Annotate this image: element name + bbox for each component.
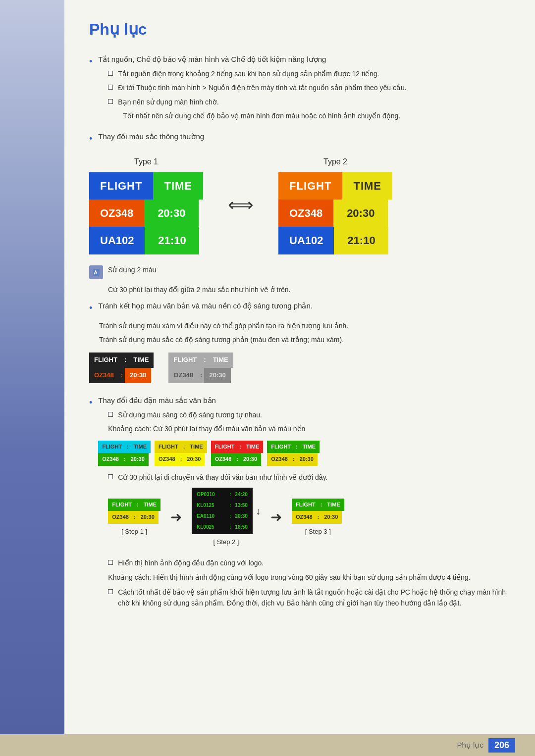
- footer-page: 206: [488, 738, 515, 753]
- sub-item-1-2: Đi tới Thuộc tính màn hình > Nguồn điện …: [108, 82, 510, 93]
- sub-bullet-4-2: [108, 474, 113, 479]
- step2-row-0: OP0310 : 24:20: [194, 490, 251, 500]
- type1-label: Type 1: [134, 155, 158, 168]
- sub-item-4-3: Hiển thị hình ảnh động đều đặn cùng với …: [108, 557, 510, 568]
- footer-bar: Phụ lục 206: [0, 734, 535, 756]
- step1-label: [ Step 1 ]: [121, 527, 147, 537]
- step-arrow-1-icon: ➜: [170, 506, 182, 529]
- step1-oz: OZ348: [108, 511, 133, 524]
- step3-board: FLIGHT : TIME OZ348 : 20:30: [292, 499, 344, 524]
- s2-c3: :: [228, 522, 232, 532]
- sub-bullet-1-3: [108, 99, 113, 104]
- sub-list-4d: Cách tốt nhất để bảo vệ sản phẩm khỏi hi…: [108, 587, 510, 609]
- steps-section: FLIGHT : TIME OZ348 : 20:30 [: [108, 488, 510, 548]
- bullet-item-3: • Tránh kết hợp màu văn bản và màu nền c…: [89, 300, 510, 315]
- type2-time-header: TIME: [342, 172, 392, 200]
- note-text: Sử dụng 2 màu: [108, 264, 156, 275]
- bad-gray-oz-time: 20:30: [204, 368, 230, 383]
- cb3-row: OZ348 : 20:30: [211, 453, 264, 466]
- cb1-time: TIME: [130, 441, 151, 454]
- sub-list-4: Sử dụng màu sáng có độ sáng tương tự nha…: [108, 409, 510, 420]
- cb4-oz-t: 20:30: [296, 453, 318, 466]
- cb1-oz: OZ348: [98, 453, 123, 466]
- sub-item-1-3: Bạn nên sử dụng màn hình chờ.: [108, 97, 510, 107]
- bad-board-gray: FLIGHT : TIME OZ348 : 20:30: [168, 353, 233, 383]
- step3-oz-c: :: [317, 511, 321, 524]
- para2: Tránh sử dụng màu sắc có độ sáng tương p…: [99, 334, 510, 345]
- sub-text-1-2: Đi tới Thuộc tính màn hình > Nguồn điện …: [118, 82, 510, 93]
- bullet-text-2: Thay đổi màu sắc thông thường: [98, 131, 510, 143]
- cb2-flight: FLIGHT: [155, 441, 182, 454]
- sub-bullet-1-2: [108, 85, 113, 90]
- cb4-row: OZ348 : 20:30: [267, 453, 320, 466]
- type1-uatime1: 21:10: [145, 227, 199, 254]
- bullet1-text: Tắt nguồn, Chế độ bảo vệ màn hình và Chế…: [98, 55, 326, 63]
- cb4-header: FLIGHT : TIME: [267, 441, 320, 454]
- cb1-header: FLIGHT : TIME: [98, 441, 151, 454]
- bad-board-dark-header: FLIGHT : TIME: [89, 353, 154, 368]
- bad-dark-oz-colon: :: [119, 368, 125, 383]
- bullet-text-4: Thay đổi đều đặn màu sắc văn bản Sử dụng…: [98, 395, 510, 612]
- sub-text-1-3: Bạn nên sử dụng màn hình chờ.: [118, 97, 510, 107]
- note-sub-text: Cứ 30 phút lại thay đổi giữa 2 màu sắc n…: [108, 284, 510, 295]
- s2-f3: KL0025: [194, 522, 228, 532]
- cb3-oz-t: 20:30: [239, 453, 261, 466]
- step1-block: FLIGHT : TIME OZ348 : 20:30 [: [108, 499, 160, 537]
- sub-text-4-3: Hiển thị hình ảnh động đều đặn cùng với …: [118, 557, 510, 568]
- sub-text-4-2: Cứ 30 phút lại di chuyển và thay đổi văn…: [118, 472, 510, 483]
- cb2-colon: :: [182, 441, 186, 454]
- cb4-oz: OZ348: [267, 453, 292, 466]
- type2-ua1: UA102: [278, 227, 334, 254]
- sub-text-4-1: Sử dụng màu sáng có độ sáng tương tự nha…: [118, 409, 510, 420]
- indent-text-1: Tốt nhất nên sử dụng chế độ bảo vệ màn h…: [123, 110, 510, 121]
- cb3-oz: OZ348: [211, 453, 236, 466]
- page-container: Phụ lục • Tắt nguồn, Chế độ bảo vệ màn h…: [0, 0, 535, 756]
- s2-t1: 13:50: [232, 501, 251, 510]
- sub-item-4-1: Sử dụng màu sáng có độ sáng tương tự nha…: [108, 409, 510, 420]
- bad-board-dark: FLIGHT : TIME OZ348 : 20:30: [89, 353, 154, 383]
- cb2-header: FLIGHT : TIME: [155, 441, 207, 454]
- step3-block: FLIGHT : TIME OZ348 : 20:30 [: [292, 499, 344, 537]
- step1-oz-t: 20:30: [137, 511, 159, 524]
- down-arrow-icon: ↓: [256, 503, 261, 519]
- cb3-flight: FLIGHT: [211, 441, 239, 454]
- bad-board-dark-row: OZ348 : 20:30: [89, 368, 154, 383]
- type2-time1: 20:30: [333, 200, 388, 227]
- type2-block: Type 2 FLIGHT TIME OZ348 20:30 UA102 21:: [278, 155, 392, 254]
- bullet-dot-1: •: [89, 54, 92, 69]
- cb4-oz-c: :: [292, 453, 296, 466]
- color-board-2: FLIGHT : TIME OZ348 : 20:30: [155, 441, 207, 466]
- bad-dark-flight: FLIGHT: [89, 353, 122, 368]
- sub-item-1-1: Tắt nguồn điện trong khoảng 2 tiếng sau …: [108, 68, 510, 79]
- step2-row-2: EA0110 : 20:30: [194, 511, 251, 521]
- color-board-4: FLIGHT : TIME OZ348 : 20:30: [267, 441, 320, 466]
- step-arrow-2-icon: ➜: [270, 506, 282, 529]
- step3-colon: :: [320, 499, 323, 511]
- para1: Tránh sử dụng màu xám vì điều này có thể…: [99, 320, 510, 331]
- cb2-row: OZ348 : 20:30: [155, 453, 207, 466]
- cb1-colon: :: [126, 441, 130, 454]
- cb4-flight: FLIGHT: [267, 441, 295, 454]
- left-sidebar: [0, 0, 64, 756]
- page-title: Phụ lục: [89, 20, 510, 39]
- step2-row-3: KL0025 : 16:50: [194, 522, 251, 532]
- step2-label: [ Step 2 ]: [213, 537, 239, 548]
- step3-time: TIME: [323, 499, 344, 511]
- s2-c0: :: [228, 490, 232, 500]
- bullet-text-1: Tắt nguồn, Chế độ bảo vệ màn hình và Chế…: [98, 53, 510, 126]
- step2-row-1: KL0125 : 13:50: [194, 501, 251, 510]
- type2-row2: UA102 21:10: [278, 227, 392, 254]
- bullet3-text: Tránh kết hợp màu văn bản và màu nền có …: [98, 302, 313, 310]
- type-comparison: Type 1 FLIGHT TIME OZ348 20:30 UA102 21:: [89, 155, 510, 254]
- pen-icon: [92, 268, 101, 277]
- step3-label: [ Step 3 ]: [305, 527, 331, 537]
- step3-header-row: FLIGHT : TIME: [292, 499, 344, 511]
- bullet2-text: Thay đổi màu sắc thông thường: [98, 132, 204, 141]
- type2-label: Type 2: [323, 155, 347, 168]
- bad-gray-flight: FLIGHT: [168, 353, 202, 368]
- type2-uatime1: 21:10: [334, 227, 388, 254]
- step2-container: OP0310 : 24:20 KL0125 : 13:50: [192, 488, 261, 534]
- s2-f0: OP0310: [194, 490, 228, 500]
- spacer: [89, 391, 510, 395]
- s2-c1: :: [228, 501, 232, 510]
